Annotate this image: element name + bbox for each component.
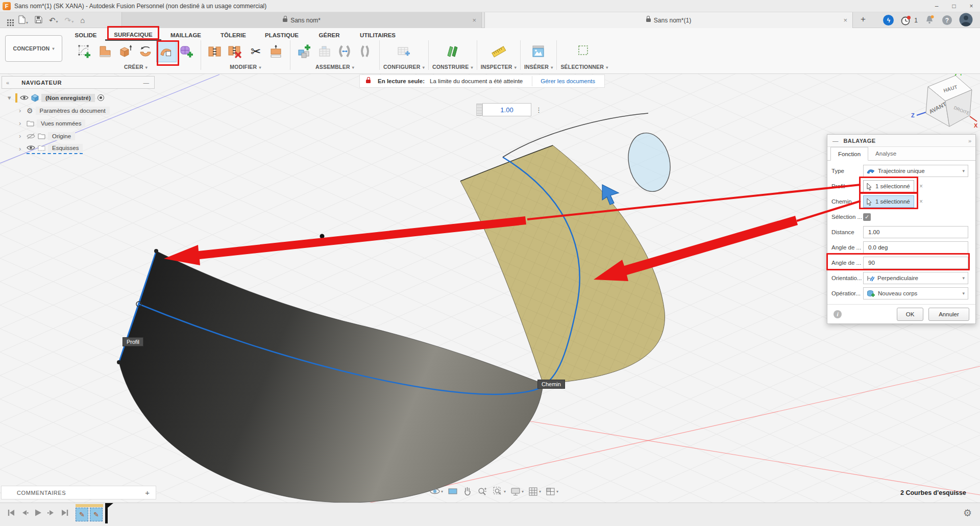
revolve-button[interactable] [136,41,156,62]
measure-button[interactable] [488,41,509,62]
group-label-configure[interactable]: CONFIGURER ▾ [383,64,425,70]
unstitch-button[interactable] [225,41,246,62]
comments-panel[interactable]: COMMENTAIRES + [1,486,156,499]
orbit-button[interactable]: ▾ [428,485,445,498]
ribbon-tab-gerer[interactable]: GÉRER [307,30,351,41]
zoom-button[interactable] [476,485,489,498]
fit-button[interactable]: ▾ [491,485,507,498]
design-mode-dropdown[interactable]: CONCEPTION ▾ [5,35,62,62]
construct-button[interactable] [443,41,463,62]
origin-point[interactable] [320,234,325,239]
ok-button[interactable]: OK [897,308,923,321]
chevron-right-icon[interactable]: › [19,119,24,127]
chevron-right-icon[interactable]: › [19,107,24,114]
tree-item-origin[interactable]: › Origine [2,130,155,142]
group-label-inspect[interactable]: INSPECTER ▾ [481,64,517,70]
skip-to-start-button[interactable] [6,508,16,517]
document-tab-2[interactable]: Sans nom*(1) × [484,12,853,28]
group-label-create[interactable]: CRÉER ▾ [124,64,148,70]
insert-button[interactable] [528,41,549,62]
display-settings-button[interactable]: ▾ [509,485,525,498]
extrude-button[interactable] [115,41,136,62]
clear-path-icon[interactable]: × [919,198,923,205]
joint-button[interactable] [335,41,355,62]
collapse-panel-icon[interactable]: « [6,80,9,86]
create-sketch-button[interactable] [75,41,95,62]
chevron-right-icon[interactable]: › [19,145,24,153]
type-dropdown[interactable]: Trajectoire unique ▾ [863,165,968,177]
skip-to-end-button[interactable] [59,508,69,517]
chevron-down-icon[interactable]: ▾ [8,94,13,102]
viewcube[interactable]: Y Z X HAUT AVANT DROITE [910,69,980,132]
app-grid-icon[interactable] [7,19,9,21]
group-label-modify[interactable]: MODIFIER ▾ [230,64,261,70]
group-label-construct[interactable]: CONSTRUIRE ▾ [432,64,473,70]
undo-button[interactable]: ↶▾ [49,16,58,25]
redo-button[interactable]: ↷▾ [65,16,74,25]
ribbon-tab-surfacique[interactable]: SURFACIQUE [105,30,161,41]
as-built-joint-button[interactable] [355,41,376,62]
tree-item-sketches[interactable]: › Esquisses [2,142,155,155]
navigator-header[interactable]: « NAVIGATEUR — [2,76,155,89]
eye-off-icon[interactable] [27,133,35,139]
manage-documents-link[interactable]: Gérer les documents [532,76,603,86]
maximize-button[interactable]: □ [945,3,963,10]
dimension-input[interactable]: 1.00 [482,103,531,116]
tree-item-document-settings[interactable]: › ⚙ Paramètres du document [2,104,155,117]
chevron-right-icon[interactable]: › [19,132,24,140]
cancel-button[interactable]: Annuler [928,308,969,321]
new-component-button[interactable] [294,41,314,62]
timeline-position-marker[interactable] [105,503,108,523]
chain-selection-checkbox[interactable]: ✓ [863,213,871,221]
dialog-collapse-icon[interactable]: — [832,138,839,144]
step-back-button[interactable] [19,508,30,517]
minimize-panel-icon[interactable]: — [143,80,150,86]
twist-angle-input[interactable]: 90 [863,257,968,269]
group-label-insert[interactable]: INSÉRER ▾ [524,64,553,70]
group-label-select[interactable]: SÉLECTIONNER ▾ [560,64,608,70]
info-icon[interactable]: i [834,310,842,318]
sweep-button[interactable] [156,41,177,62]
minimize-button[interactable]: – [928,3,945,10]
select-button[interactable] [574,41,595,62]
profile-point-top[interactable] [154,249,158,253]
root-document-label[interactable]: (Non enregistré) [41,94,95,102]
grid-settings-button[interactable]: ▾ [527,485,543,498]
tree-item-named-views[interactable]: › Vues nommées [2,117,155,130]
group-label-assemble[interactable]: ASSEMBLER ▾ [315,64,354,70]
step-forward-button[interactable] [46,508,56,517]
configure-button[interactable] [394,41,414,62]
operation-dropdown[interactable]: Nouveau corps ▾ [863,287,968,299]
close-button[interactable]: × [963,3,980,10]
profile-point-bottom[interactable] [117,360,121,364]
job-status-button[interactable]: 1 [901,15,918,26]
patch-button[interactable] [95,41,115,62]
more-options-icon[interactable]: ⋮ [535,106,543,114]
file-menu-button[interactable]: ▾ [18,15,28,26]
tab-fonction[interactable]: Fonction [830,147,868,161]
clear-profile-icon[interactable]: × [919,183,923,190]
stitch-button[interactable] [205,41,225,62]
timeline-sketch-2[interactable]: ✎ [90,508,103,521]
eye-icon[interactable] [20,95,29,101]
timeline-sketch-1[interactable]: ✎ [76,508,88,521]
ribbon-tab-utilitaires[interactable]: UTILITAIRES [351,30,404,41]
close-tab-2-icon[interactable]: × [843,16,847,24]
trim-button[interactable]: ✂ [246,41,266,62]
add-comment-icon[interactable]: + [145,488,150,497]
dialog-header[interactable]: — BALAYAGE » [827,135,975,147]
notifications-button[interactable] [925,15,935,26]
dialog-expand-icon[interactable]: » [968,138,971,144]
timeline-settings-gear-icon[interactable]: ⚙ [963,507,972,519]
close-tab-1-icon[interactable]: × [472,16,476,24]
ribbon-tab-plastique[interactable]: PLASTIQUE [256,30,307,41]
taper-angle-input[interactable]: 0.0 deg [863,241,968,254]
tab-analyse[interactable]: Analyse [868,147,903,160]
parameters-table-button[interactable] [314,41,335,62]
ribbon-tab-solide[interactable]: SOLIDE [66,30,105,41]
save-button[interactable] [35,16,42,25]
help-icon[interactable]: ? [942,15,952,25]
document-tab-1[interactable]: Sans nom* × [121,12,482,28]
orientation-dropdown[interactable]: Perpendiculaire ▾ [863,272,968,284]
activate-component-icon[interactable] [97,94,104,101]
